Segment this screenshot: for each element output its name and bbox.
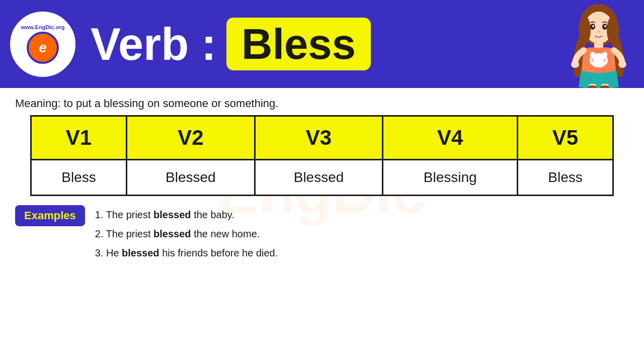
header-title: Verb :	[91, 22, 216, 67]
content-inner: Meaning: to put a blessing on someone or…	[0, 88, 644, 267]
svg-point-16	[603, 59, 606, 62]
col-v2: V2	[126, 116, 255, 160]
girl-svg	[561, 3, 636, 88]
example-1-bold: blessed	[153, 209, 191, 220]
svg-point-7	[604, 25, 606, 27]
logo-letter: e	[39, 40, 47, 56]
col-v4: V4	[383, 116, 518, 160]
logo: www.EngDic.org e	[10, 12, 75, 77]
verb-table: V1 V2 V3 V4 V5 Bless Blessed Blessed Ble…	[30, 115, 614, 196]
meaning-section: Meaning: to put a blessing on someone or…	[0, 88, 644, 115]
cell-v2: Blessed	[126, 160, 255, 196]
table-row: Bless Blessed Blessed Blessing Bless	[31, 160, 613, 196]
svg-point-15	[591, 59, 594, 62]
logo-text: www.EngDic.org	[21, 24, 65, 31]
svg-point-10	[571, 61, 579, 68]
table-header: V1 V2 V3 V4 V5	[31, 116, 613, 160]
svg-point-14	[602, 52, 607, 58]
table-body: Bless Blessed Blessed Blessing Bless	[31, 160, 613, 196]
svg-point-6	[592, 25, 594, 27]
col-v1: V1	[31, 116, 127, 160]
girl-illustration	[558, 0, 639, 88]
header: www.EngDic.org e Verb : Bless	[0, 0, 644, 88]
meaning-text: Meaning: to put a blessing on someone or…	[15, 97, 278, 110]
cell-v3: Blessed	[255, 160, 383, 196]
svg-point-13	[590, 52, 595, 58]
examples-section: Examples 1. The priest blessed the baby.…	[0, 196, 644, 267]
svg-point-8	[597, 31, 600, 33]
table-wrapper: V1 V2 V3 V4 V5 Bless Blessed Blessed Ble…	[15, 115, 629, 196]
cell-v4: Blessing	[383, 160, 518, 196]
example-3: 3. He blessed his friends before he died…	[95, 243, 278, 262]
example-1: 1. The priest blessed the baby.	[95, 205, 278, 224]
content-area: EngDic Meaning: to put a blessing on som…	[0, 88, 644, 267]
svg-point-11	[618, 61, 626, 68]
cell-v5: Bless	[517, 160, 613, 196]
table-header-row: V1 V2 V3 V4 V5	[31, 116, 613, 160]
examples-badge: Examples	[15, 205, 85, 226]
col-v5: V5	[517, 116, 613, 160]
logo-icon: e	[27, 32, 59, 64]
example-2: 2. The priest blessed the new home.	[95, 224, 278, 243]
examples-list: 1. The priest blessed the baby. 2. The p…	[95, 205, 278, 262]
example-2-bold: blessed	[153, 228, 191, 239]
cell-v1: Bless	[31, 160, 127, 196]
header-verb-box: Bless	[226, 18, 371, 70]
col-v3: V3	[255, 116, 383, 160]
header-verb: Bless	[242, 23, 356, 65]
example-3-bold: blessed	[122, 247, 159, 258]
